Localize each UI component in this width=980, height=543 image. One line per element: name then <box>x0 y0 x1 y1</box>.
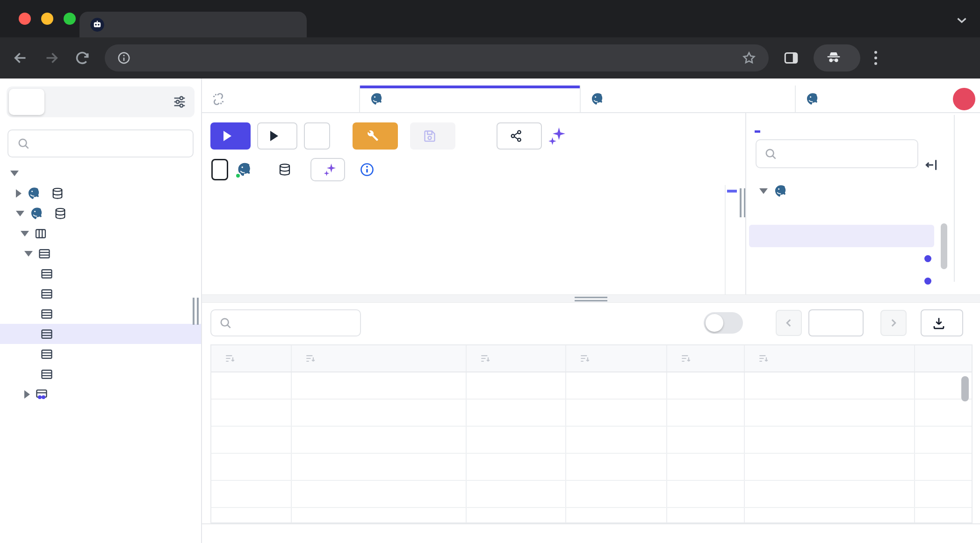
sheet-item-selected[interactable] <box>749 225 934 247</box>
caret-down-icon[interactable] <box>10 171 19 176</box>
splitter-drag-handle[interactable] <box>575 297 607 301</box>
caret-down-icon[interactable] <box>16 211 24 216</box>
sort-icon[interactable] <box>304 352 317 364</box>
sheet-list-scrollbar[interactable] <box>941 223 947 269</box>
ai-assistant-button[interactable] <box>548 126 567 146</box>
sort-icon[interactable] <box>757 352 770 364</box>
run-button[interactable] <box>210 122 251 150</box>
column-header-emp-no[interactable] <box>211 345 292 372</box>
batch-button[interactable] <box>310 158 345 181</box>
column-header-hire-date[interactable] <box>745 345 915 372</box>
sheet-search-input[interactable] <box>784 146 910 162</box>
code-line[interactable] <box>202 185 725 192</box>
admin-mode-button[interactable] <box>353 122 398 150</box>
bookmark-star-icon[interactable] <box>742 50 757 65</box>
editor-minimap[interactable] <box>725 185 739 294</box>
site-info-icon[interactable] <box>117 51 131 65</box>
column-header-gender[interactable] <box>667 345 745 372</box>
sheet-item-sample-sheet[interactable] <box>749 202 934 225</box>
tree-item-table-department[interactable] <box>0 264 201 284</box>
prev-page-button[interactable] <box>776 310 802 336</box>
tree-item-hr-prod[interactable] <box>0 203 201 223</box>
sort-icon[interactable] <box>680 352 692 364</box>
filter-settings-icon[interactable] <box>172 94 187 109</box>
tree-item-table-employee[interactable] <box>0 324 201 344</box>
browser-tab[interactable] <box>79 12 307 37</box>
tree-item-table-title[interactable] <box>0 364 201 384</box>
column-header-first-name[interactable] <box>467 345 566 372</box>
save-button[interactable] <box>410 122 455 150</box>
page-number-input[interactable] <box>808 309 864 336</box>
database-search-input[interactable] <box>37 136 184 151</box>
worksheet-tab-1[interactable] <box>202 86 360 112</box>
collapse-panel-icon[interactable] <box>923 157 939 173</box>
caret-right-icon[interactable] <box>16 189 22 198</box>
grid-scrollbar[interactable] <box>961 376 969 401</box>
next-page-button[interactable] <box>880 310 907 336</box>
side-panel-icon[interactable] <box>783 50 800 66</box>
tab-project[interactable] <box>9 89 44 115</box>
share-button[interactable] <box>497 122 542 150</box>
clipped-sheet-item[interactable] <box>746 172 954 180</box>
vertical-display-toggle[interactable] <box>704 312 743 334</box>
table-row[interactable] <box>211 372 972 400</box>
schema-icon <box>34 227 47 240</box>
info-icon[interactable] <box>360 162 375 177</box>
browser-menu-icon[interactable] <box>874 51 877 65</box>
worksheet-tab-2-active[interactable] <box>360 86 581 112</box>
explain-button[interactable] <box>257 122 297 150</box>
results-search[interactable] <box>210 309 361 336</box>
caret-right-icon[interactable] <box>24 390 30 399</box>
sheet-search[interactable] <box>756 139 918 168</box>
reload-icon[interactable] <box>74 50 91 66</box>
maximize-window-button[interactable] <box>64 13 76 25</box>
sql-editor[interactable] <box>202 185 725 294</box>
editor-toolbar <box>202 122 567 150</box>
export-button[interactable] <box>921 309 963 336</box>
results-search-input[interactable] <box>239 315 353 331</box>
table-row[interactable] <box>211 481 972 508</box>
tree-item-project[interactable] <box>0 163 201 183</box>
database-search[interactable] <box>7 129 194 157</box>
sort-icon[interactable] <box>579 352 591 364</box>
table-row[interactable] <box>211 454 972 481</box>
address-bar[interactable] <box>105 44 769 71</box>
tab-info[interactable] <box>954 115 955 163</box>
worksheet-tab-4[interactable] <box>796 86 916 112</box>
sort-icon[interactable] <box>479 352 491 364</box>
close-window-button[interactable] <box>19 13 31 25</box>
caret-down-icon[interactable] <box>21 231 29 236</box>
tab-instance[interactable] <box>44 89 80 115</box>
caret-down-icon[interactable] <box>24 251 33 257</box>
column-header-birth-date[interactable] <box>292 345 467 372</box>
horizontal-splitter[interactable] <box>202 294 980 303</box>
sheet-item-unsaved-2[interactable] <box>749 270 934 292</box>
user-avatar[interactable] <box>953 88 975 110</box>
tab-sheet[interactable] <box>954 162 955 221</box>
tree-item-schema-public[interactable] <box>0 223 201 243</box>
sheet-item-unsaved-1[interactable] <box>749 247 934 270</box>
tree-item-table-salary[interactable] <box>0 344 201 364</box>
minimize-window-button[interactable] <box>41 13 53 25</box>
window-controls[interactable] <box>19 13 76 25</box>
table-row[interactable] <box>211 427 972 454</box>
sort-icon[interactable] <box>224 352 236 364</box>
table-row[interactable] <box>211 400 972 427</box>
tree-item-table-dept-emp[interactable] <box>0 284 201 304</box>
tree-item-tables[interactable] <box>0 243 201 264</box>
sidebar-resize-handle[interactable] <box>193 298 200 325</box>
worksheet-tab-3[interactable] <box>581 86 796 112</box>
table-row[interactable] <box>211 508 972 523</box>
tree-item-hr-test[interactable] <box>0 183 201 203</box>
tab-search-chevron-icon[interactable] <box>954 12 970 28</box>
sheet-group-hr-prod[interactable] <box>749 180 934 202</box>
pagination <box>776 309 907 336</box>
back-icon[interactable] <box>12 50 29 66</box>
caret-down-icon[interactable] <box>759 188 768 194</box>
tab-history[interactable] <box>954 220 955 282</box>
format-button[interactable] <box>304 122 330 150</box>
tree-item-table-dept-manager[interactable] <box>0 304 201 324</box>
column-header-last-name[interactable] <box>566 345 667 372</box>
forward-icon[interactable] <box>43 50 60 66</box>
tree-item-views[interactable] <box>0 384 201 404</box>
